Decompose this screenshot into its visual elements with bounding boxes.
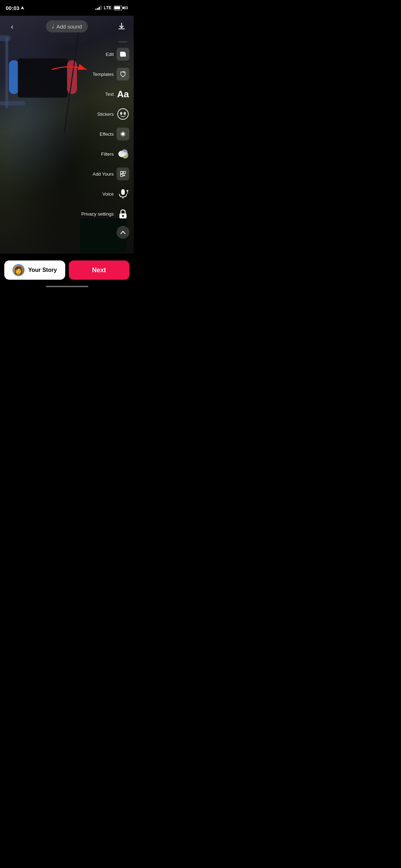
text-tool[interactable]: Text Aa (105, 84, 129, 104)
stickers-label: Stickers (97, 112, 114, 117)
effects-label: Effects (99, 131, 114, 137)
battery-fill (114, 6, 120, 9)
edit-tool[interactable]: Edit (106, 44, 129, 64)
home-indicator (46, 286, 88, 287)
stickers-tool[interactable]: Stickers (97, 104, 129, 124)
effects-icon (117, 128, 129, 140)
battery-level: 83 (124, 6, 128, 10)
your-story-label: Your Story (28, 267, 57, 273)
privacy-settings-tool[interactable]: Privacy settings (81, 204, 129, 224)
privacy-label: Privacy settings (81, 211, 114, 217)
text-label: Text (105, 92, 114, 97)
templates-label: Templates (93, 72, 114, 77)
battery-body (114, 6, 122, 10)
filters-icon (117, 148, 129, 160)
add-yours-label: Add Yours (93, 171, 114, 177)
add-yours-tool[interactable]: Add Yours (93, 164, 129, 184)
top-toolbar: ‹ ♩ Add sound (0, 16, 134, 37)
svg-point-11 (124, 113, 125, 113)
svg-point-19 (122, 215, 124, 217)
svg-point-7 (118, 109, 128, 119)
add-sound-button[interactable]: ♩ Add sound (46, 20, 88, 32)
status-time: 00:03 (6, 5, 24, 11)
signal-bars (96, 6, 102, 10)
svg-rect-15 (121, 189, 125, 195)
voice-icon (117, 187, 129, 200)
next-label: Next (92, 267, 106, 274)
status-bar: 00:03 LTE 83 (0, 0, 134, 16)
text-icon: Aa (117, 88, 129, 100)
svg-marker-3 (124, 52, 126, 53)
svg-marker-5 (121, 72, 125, 77)
right-tools-panel: Edit Templates Text Aa Stickers (81, 41, 129, 239)
edit-icon (117, 48, 129, 61)
collapse-button[interactable] (117, 226, 129, 239)
scene-stand-base (0, 101, 25, 105)
your-story-button[interactable]: 👩 Your Story (4, 260, 65, 280)
add-sound-label: Add sound (56, 24, 82, 30)
svg-marker-0 (21, 6, 24, 10)
svg-rect-2 (120, 52, 124, 57)
scene-switch-body (18, 58, 68, 98)
download-button[interactable] (115, 20, 128, 33)
bottom-bar: 👩 Your Story Next (0, 254, 134, 289)
scene-joycon-left (9, 60, 19, 94)
next-button[interactable]: Next (69, 260, 130, 280)
svg-point-10 (121, 113, 122, 113)
scene-stand (5, 37, 8, 108)
back-button[interactable]: ‹ (6, 20, 19, 33)
svg-point-14 (122, 152, 128, 159)
templates-tool[interactable]: Templates (93, 64, 129, 84)
svg-rect-4 (124, 53, 126, 57)
location-icon (21, 6, 24, 10)
svg-marker-6 (122, 71, 124, 73)
divider (119, 42, 127, 42)
battery-indicator: 83 (114, 6, 128, 10)
download-icon (118, 22, 125, 30)
edit-label: Edit (106, 52, 114, 57)
chevron-up-icon (120, 231, 125, 234)
filters-label: Filters (101, 151, 114, 157)
time-text: 00:03 (6, 5, 19, 11)
templates-icon (117, 68, 129, 81)
stickers-icon (117, 108, 129, 120)
voice-label: Voice (102, 191, 114, 197)
voice-tool[interactable]: Voice (102, 184, 129, 204)
privacy-icon (117, 207, 129, 220)
filters-tool[interactable]: Filters (101, 144, 129, 164)
effects-tool[interactable]: Effects (99, 124, 129, 144)
avatar: 👩 (12, 264, 25, 276)
music-icon: ♩ (52, 23, 54, 30)
svg-point-17 (127, 190, 128, 191)
status-icons: LTE 83 (96, 5, 128, 10)
lte-label: LTE (104, 5, 112, 10)
add-yours-icon (117, 167, 129, 180)
